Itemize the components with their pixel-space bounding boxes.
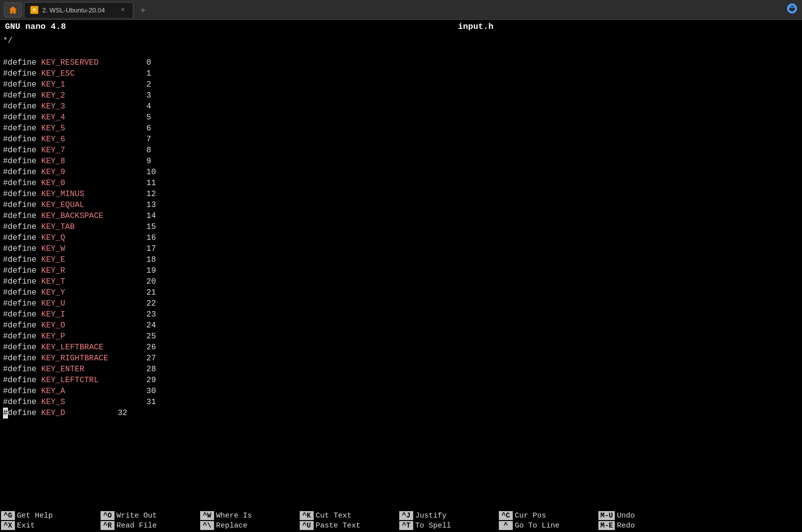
code-line: #define KEY_O 24 — [3, 320, 799, 331]
code-line: #define KEY_9 10 — [3, 167, 799, 178]
tab-close-button[interactable]: × — [119, 5, 127, 15]
code-line: #define KEY_T 20 — [3, 276, 799, 287]
shortcut-label: Go To Line — [515, 522, 560, 530]
code-line: #define KEY_ESC 1 — [3, 68, 799, 79]
code-line: #define KEY_EQUAL 13 — [3, 200, 799, 211]
shortcut-label: To Spell — [415, 522, 451, 530]
code-line: #define KEY_2 3 — [3, 90, 799, 101]
shortcut-key: ^C — [499, 511, 513, 520]
shortcuts-bar: ^GGet Help^XExit^OWrite Out^RRead File^W… — [0, 509, 802, 532]
shortcut-label: Where Is — [216, 512, 252, 520]
code-line: #define KEY_S 31 — [3, 397, 799, 408]
shortcut-item[interactable]: ^\Replace — [200, 521, 296, 530]
code-line: #define KEY_RESERVED 0 — [3, 57, 799, 68]
shortcut-label: Redo — [617, 522, 635, 530]
shortcut-key: ^\ — [200, 521, 214, 530]
code-line: #define KEY_E 18 — [3, 254, 799, 265]
code-line: #define KEY_0 11 — [3, 178, 799, 189]
tab-favicon: ⊞ — [30, 6, 38, 14]
shortcut-label: Paste Text — [316, 522, 360, 530]
shortcut-label: Justify — [415, 512, 447, 520]
shortcut-key: ^X — [1, 521, 15, 530]
home-button[interactable] — [4, 2, 22, 17]
shortcut-key: ^R — [101, 521, 115, 530]
shortcut-item[interactable]: M-ERedo — [598, 521, 694, 530]
code-line: #define KEY_D 32 — [3, 408, 799, 419]
new-tab-button[interactable]: ＋ — [135, 3, 150, 17]
nano-filename: input.h — [149, 22, 802, 31]
code-comment-line: */ — [3, 35, 799, 46]
shortcut-item[interactable]: ^CCur Pos — [499, 511, 594, 520]
code-line: #define KEY_TAB 15 — [3, 221, 799, 232]
shortcut-key: ^ — [499, 521, 513, 530]
shortcut-label: Read File — [116, 522, 157, 530]
browser-chrome: ⊞ 2. WSL-Ubuntu-20.04 × ＋ — [0, 0, 802, 20]
active-tab[interactable]: ⊞ 2. WSL-Ubuntu-20.04 × — [24, 2, 133, 18]
shortcut-item[interactable]: ^Go To Line — [499, 521, 594, 530]
shortcut-key: ^W — [200, 511, 214, 520]
new-tab-icon: ＋ — [138, 4, 147, 16]
code-line: #define KEY_A 30 — [3, 386, 799, 397]
shortcut-label: Cur Pos — [515, 512, 546, 520]
code-line: #define KEY_R 19 — [3, 265, 799, 276]
code-line: #define KEY_RIGHTBRACE 27 — [3, 353, 799, 364]
shortcut-label: Undo — [617, 512, 635, 520]
shortcut-item[interactable]: ^GGet Help — [1, 511, 97, 520]
edge-browser-icon — [786, 2, 798, 17]
code-line: #define KEY_P 25 — [3, 331, 799, 342]
shortcut-item[interactable]: M-UUndo — [598, 511, 694, 520]
code-line: #define KEY_4 5 — [3, 112, 799, 123]
tab-title: 2. WSL-Ubuntu-20.04 — [42, 6, 115, 14]
shortcut-label: Write Out — [116, 512, 157, 520]
code-editor-area[interactable]: */ #define KEY_RESERVED 0#define KEY_ESC… — [0, 33, 802, 509]
shortcut-item[interactable]: ^KCut Text — [300, 511, 395, 520]
shortcut-group: ^GGet Help^XExit — [1, 511, 101, 530]
shortcut-item[interactable]: ^TTo Spell — [399, 521, 495, 530]
code-line: #define KEY_W 17 — [3, 243, 799, 254]
code-line: #define KEY_I 23 — [3, 309, 799, 320]
shortcut-group: ^KCut Text^UPaste Text — [300, 511, 399, 530]
code-line: #define KEY_ENTER 28 — [3, 364, 799, 375]
shortcut-item[interactable]: ^JJustify — [399, 511, 495, 520]
shortcut-label: Exit — [17, 522, 35, 530]
shortcut-key: ^J — [399, 511, 413, 520]
code-line: #define KEY_8 9 — [3, 156, 799, 167]
code-blank-line — [3, 46, 799, 57]
code-line: #define KEY_Q 16 — [3, 232, 799, 243]
shortcut-group: ^JJustify^TTo Spell — [399, 511, 499, 530]
code-line: #define KEY_MINUS 12 — [3, 189, 799, 200]
code-line: #define KEY_Y 21 — [3, 287, 799, 298]
code-line: #define KEY_5 6 — [3, 123, 799, 134]
code-line: #define KEY_7 8 — [3, 145, 799, 156]
shortcut-key: ^G — [1, 511, 15, 520]
code-line: #define KEY_LEFTBRACE 26 — [3, 342, 799, 353]
shortcut-key: ^U — [300, 521, 314, 530]
shortcut-group: ^OWrite Out^RRead File — [101, 511, 200, 530]
shortcut-item[interactable]: ^XExit — [1, 521, 97, 530]
code-line: #define KEY_1 2 — [3, 79, 799, 90]
shortcut-label: Get Help — [17, 512, 53, 520]
nano-version: GNU nano 4.8 — [0, 22, 149, 31]
shortcut-label: Replace — [216, 522, 247, 530]
nano-terminal: GNU nano 4.8 input.h */ #define KEY_RESE… — [0, 20, 802, 532]
shortcut-item[interactable]: ^UPaste Text — [300, 521, 395, 530]
shortcut-item[interactable]: ^WWhere Is — [200, 511, 296, 520]
shortcut-group: M-UUndoM-ERedo — [598, 511, 698, 530]
shortcut-group: ^WWhere Is^\Replace — [200, 511, 300, 530]
code-line: #define KEY_BACKSPACE 14 — [3, 211, 799, 221]
code-line: #define KEY_LEFTCTRL 29 — [3, 375, 799, 386]
shortcut-key: M-E — [598, 521, 615, 530]
shortcut-item[interactable]: ^OWrite Out — [101, 511, 196, 520]
shortcut-key: ^O — [101, 511, 115, 520]
shortcut-item[interactable]: ^RRead File — [101, 521, 196, 530]
shortcut-key: ^T — [399, 521, 413, 530]
shortcut-key: ^K — [300, 511, 314, 520]
shortcut-key: M-U — [598, 511, 615, 520]
shortcut-label: Cut Text — [316, 512, 351, 520]
nano-titlebar: GNU nano 4.8 input.h — [0, 20, 802, 33]
code-line: #define KEY_3 4 — [3, 101, 799, 112]
shortcut-group: ^CCur Pos^Go To Line — [499, 511, 598, 530]
code-line: #define KEY_6 7 — [3, 134, 799, 145]
code-line: #define KEY_U 22 — [3, 298, 799, 309]
